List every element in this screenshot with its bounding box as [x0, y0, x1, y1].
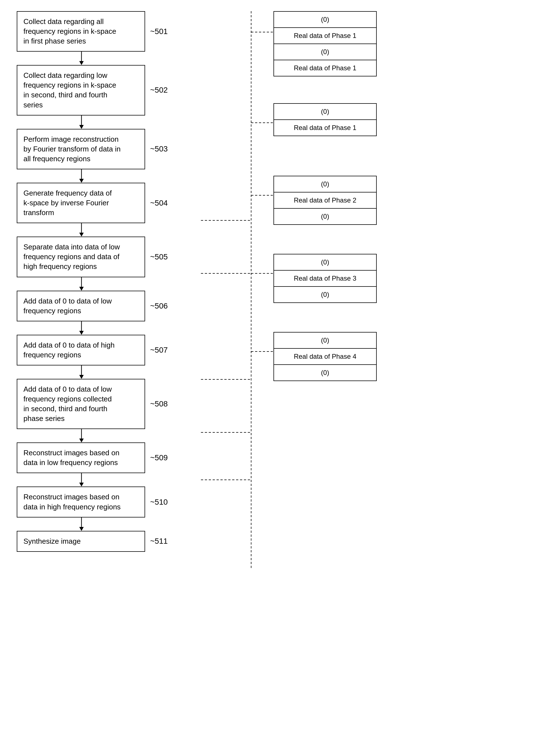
step-505: Separate data into data of low frequency…: [17, 237, 168, 290]
svg-marker-9: [79, 287, 84, 291]
arrow-508: [17, 429, 85, 442]
right-box-B0: (0): [273, 103, 377, 120]
down-arrow-icon: [78, 473, 85, 487]
down-arrow-icon: [78, 429, 85, 442]
step-511-text: Synthesize image: [23, 536, 81, 546]
step-503-text: Perform image reconstruction by Fourier …: [23, 134, 121, 164]
arrow-509: [17, 473, 85, 487]
step-501-text: Collect data regarding all frequency reg…: [23, 17, 116, 46]
right-box-A2: (0): [273, 44, 377, 60]
right-box-A1: Real data of Phase 1: [273, 28, 377, 44]
step-510-box: Reconstruct images based on data in high…: [17, 487, 145, 517]
step-508-text: Add data of 0 to data of low frequency r…: [23, 384, 112, 423]
step-504-label: ~504: [150, 199, 168, 208]
step-501: Collect data regarding all frequency reg…: [17, 11, 168, 65]
svg-marker-3: [79, 125, 84, 129]
arrow-507: [17, 365, 85, 379]
right-box-E1: Real data of Phase 4: [273, 349, 377, 365]
step-505-row: Separate data into data of low frequency…: [17, 237, 168, 277]
step-507-text: Add data of 0 to data of high frequency …: [23, 340, 115, 360]
step-506-box: Add data of 0 to data of low frequency r…: [17, 291, 145, 321]
step-511-label: ~511: [150, 537, 168, 546]
step-504: Generate frequency data of k-space by in…: [17, 183, 168, 237]
svg-marker-11: [79, 331, 84, 335]
step-507-label: ~507: [150, 346, 168, 355]
svg-marker-1: [79, 61, 84, 65]
right-group-D: (0) Real data of Phase 3 (0): [273, 254, 380, 303]
step-504-text: Generate frequency data of k-space by in…: [23, 188, 112, 218]
right-box-A0: (0): [273, 11, 377, 28]
diagram-container: Collect data regarding all frequency reg…: [17, 11, 533, 552]
step-508-box: Add data of 0 to data of low frequency r…: [17, 379, 145, 429]
step-508: Add data of 0 to data of low frequency r…: [17, 379, 168, 442]
right-box-D2: (0): [273, 287, 377, 303]
arrow-503: [17, 169, 85, 183]
arrow-505: [17, 277, 85, 291]
down-arrow-icon: [78, 517, 85, 531]
arrow-502: [17, 115, 85, 129]
step-506-text: Add data of 0 to data of low frequency r…: [23, 296, 112, 316]
down-arrow-icon: [78, 365, 85, 379]
step-505-label: ~505: [150, 252, 168, 261]
right-box-B1: Real data of Phase 1: [273, 120, 377, 136]
step-510: Reconstruct images based on data in high…: [17, 487, 168, 531]
step-509-box: Reconstruct images based on data in low …: [17, 442, 145, 473]
arrow-504: [17, 223, 85, 237]
svg-marker-5: [79, 179, 84, 183]
step-504-row: Generate frequency data of k-space by in…: [17, 183, 168, 223]
step-502-text: Collect data regarding low frequency reg…: [23, 71, 116, 110]
right-group-E: (0) Real data of Phase 4 (0): [273, 332, 380, 381]
step-507-row: Add data of 0 to data of high frequency …: [17, 335, 168, 365]
arrow-501: [17, 52, 85, 65]
step-506-row: Add data of 0 to data of low frequency r…: [17, 291, 168, 321]
step-503-label: ~503: [150, 145, 168, 153]
step-507: Add data of 0 to data of high frequency …: [17, 335, 168, 379]
step-501-row: Collect data regarding all frequency reg…: [17, 11, 168, 52]
step-506-label: ~506: [150, 302, 168, 310]
right-box-C1: Real data of Phase 2: [273, 192, 377, 209]
step-502-box: Collect data regarding low frequency reg…: [17, 65, 145, 115]
step-501-box: Collect data regarding all frequency reg…: [17, 11, 145, 52]
arrow-506: [17, 321, 85, 335]
step-501-label: ~501: [150, 27, 168, 36]
step-509-label: ~509: [150, 453, 168, 462]
down-arrow-icon: [78, 223, 85, 237]
svg-marker-13: [79, 375, 84, 379]
step-502-label: ~502: [150, 86, 168, 95]
right-group-C: (0) Real data of Phase 2 (0): [273, 176, 380, 225]
down-arrow-icon: [78, 169, 85, 183]
svg-marker-17: [79, 483, 84, 487]
right-box-D1: Real data of Phase 3: [273, 271, 377, 287]
right-box-E0: (0): [273, 332, 377, 349]
step-510-row: Reconstruct images based on data in high…: [17, 487, 168, 517]
svg-marker-19: [79, 527, 84, 531]
down-arrow-icon: [78, 52, 85, 65]
step-508-label: ~508: [150, 399, 168, 408]
right-group-A: (0) Real data of Phase 1 (0) Real data o…: [273, 11, 380, 76]
step-502-row: Collect data regarding low frequency reg…: [17, 65, 168, 115]
step-508-row: Add data of 0 to data of low frequency r…: [17, 379, 168, 429]
right-group-B: (0) Real data of Phase 1: [273, 103, 380, 136]
step-511: Synthesize image ~511: [17, 531, 168, 552]
step-503-row: Perform image reconstruction by Fourier …: [17, 129, 168, 169]
right-box-D0: (0): [273, 254, 377, 271]
down-arrow-icon: [78, 277, 85, 291]
step-503: Perform image reconstruction by Fourier …: [17, 129, 168, 183]
step-503-box: Perform image reconstruction by Fourier …: [17, 129, 145, 169]
right-box-A3: Real data of Phase 1: [273, 60, 377, 76]
svg-marker-7: [79, 233, 84, 237]
step-507-box: Add data of 0 to data of high frequency …: [17, 335, 145, 365]
right-box-E2: (0): [273, 365, 377, 381]
step-502: Collect data regarding low frequency reg…: [17, 65, 168, 129]
arrow-510: [17, 517, 85, 531]
step-510-label: ~510: [150, 498, 168, 507]
step-505-box: Separate data into data of low frequency…: [17, 237, 145, 277]
step-506: Add data of 0 to data of low frequency r…: [17, 291, 168, 335]
step-509-text: Reconstruct images based on data in low …: [23, 448, 119, 468]
down-arrow-icon: [78, 115, 85, 129]
down-arrow-icon: [78, 321, 85, 335]
step-509-row: Reconstruct images based on data in low …: [17, 442, 168, 473]
step-509: Reconstruct images based on data in low …: [17, 442, 168, 487]
right-box-C0: (0): [273, 176, 377, 192]
step-511-box: Synthesize image: [17, 531, 145, 552]
